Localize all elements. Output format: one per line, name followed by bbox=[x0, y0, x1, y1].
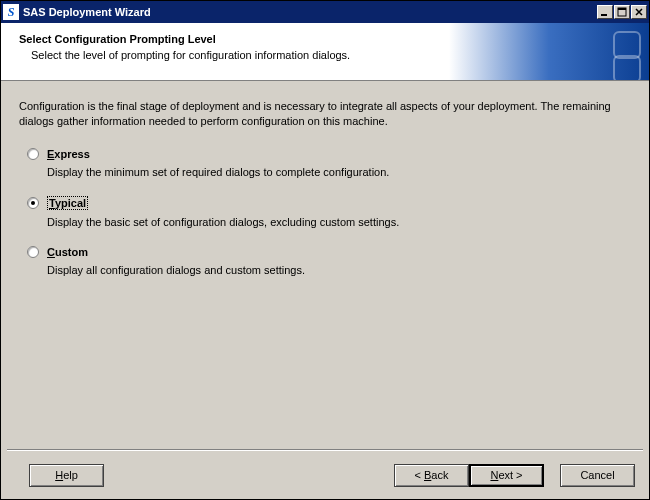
radio-express[interactable] bbox=[27, 148, 39, 160]
svg-rect-2 bbox=[618, 8, 626, 10]
maximize-button[interactable] bbox=[614, 5, 630, 19]
option-custom-label[interactable]: Custom bbox=[47, 246, 88, 258]
radio-custom[interactable] bbox=[27, 246, 39, 258]
wizard-window: S SAS Deployment Wizard Select Configura… bbox=[0, 0, 650, 500]
page-title: Select Configuration Prompting Level bbox=[19, 33, 631, 45]
intro-text: Configuration is the final stage of depl… bbox=[19, 99, 631, 130]
cancel-button[interactable]: Cancel bbox=[560, 464, 635, 487]
svg-rect-0 bbox=[601, 14, 607, 16]
option-typical-desc: Display the basic set of configuration d… bbox=[27, 216, 631, 228]
page-subtitle: Select the level of prompting for config… bbox=[19, 49, 631, 61]
option-typical-label[interactable]: Typical bbox=[47, 196, 88, 210]
wizard-header: Select Configuration Prompting Level Sel… bbox=[1, 23, 649, 81]
option-custom: Custom Display all configuration dialogs… bbox=[19, 246, 631, 276]
radio-typical[interactable] bbox=[27, 197, 39, 209]
window-title: SAS Deployment Wizard bbox=[23, 6, 597, 18]
minimize-button[interactable] bbox=[597, 5, 613, 19]
app-icon: S bbox=[3, 4, 19, 20]
content-area: Configuration is the final stage of depl… bbox=[1, 81, 649, 449]
option-express: Express Display the minimum set of requi… bbox=[19, 148, 631, 178]
footer: Help < Back Next > Cancel bbox=[1, 451, 649, 499]
option-express-desc: Display the minimum set of required dial… bbox=[27, 166, 631, 178]
option-typical: Typical Display the basic set of configu… bbox=[19, 196, 631, 228]
next-button[interactable]: Next > bbox=[469, 464, 544, 487]
option-express-label[interactable]: Express bbox=[47, 148, 90, 160]
window-controls bbox=[597, 5, 647, 19]
titlebar[interactable]: S SAS Deployment Wizard bbox=[1, 1, 649, 23]
help-button[interactable]: Help bbox=[29, 464, 104, 487]
back-button[interactable]: < Back bbox=[394, 464, 469, 487]
option-custom-desc: Display all configuration dialogs and cu… bbox=[27, 264, 631, 276]
close-button[interactable] bbox=[631, 5, 647, 19]
